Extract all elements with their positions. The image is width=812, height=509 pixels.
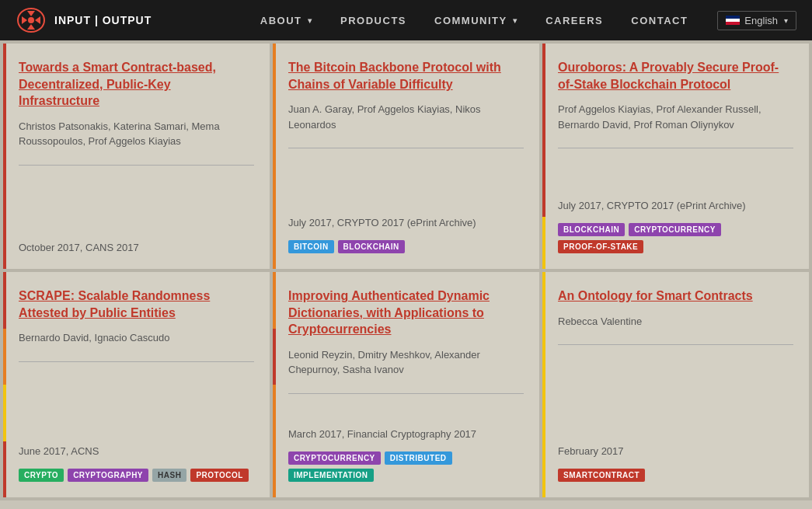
tag-cryptography[interactable]: CRYPTOGRAPHY [68,469,148,482]
card-5: Improving Authenticated Dynamic Dictiona… [273,272,539,497]
card-title[interactable]: Ouroboros: A Provably Secure Proof-of-St… [558,59,793,92]
tag-crypto[interactable]: CRYPTO [19,469,64,482]
nav-community[interactable]: COMMUNITY ▾ [420,15,531,26]
card-divider [288,148,524,148]
tag-proof-of-stake[interactable]: PROOF-OF-STAKE [558,240,643,253]
nav-about[interactable]: ABOUT ▾ [246,15,326,26]
flag-icon [726,16,740,25]
card-divider [288,393,524,394]
accent-seg-3 [3,385,6,441]
chevron-down-icon: ▾ [784,16,788,25]
card-title[interactable]: An Ontology for Smart Contracts [558,288,793,305]
card-title[interactable]: Improving Authenticated Dynamic Dictiona… [288,288,524,338]
tag-implementation[interactable]: IMPLEMENTATION [288,469,374,482]
card-tags: BITCOIN BLOCKCHAIN [288,240,524,253]
cards-grid: Towards a Smart Contract-based, Decentra… [0,40,812,500]
card-accent [273,272,276,497]
nav-links: ABOUT ▾ PRODUCTS COMMUNITY ▾ CAREERS CON… [246,15,702,26]
card-divider [19,165,254,166]
card-date: July 2017, CRYPTO 2017 (ePrint Archive) [558,192,793,211]
nav-products[interactable]: PRODUCTS [326,15,420,26]
card-tags: SMARTCONTRACT [558,469,793,482]
tag-cryptocurrency[interactable]: CRYPTOCURRENCY [629,223,721,236]
card-accent [3,44,6,269]
card-6: An Ontology for Smart Contracts Rebecca … [542,272,809,497]
accent-seg-2 [3,329,6,385]
language-label: English [744,15,778,26]
card-tags: CRYPTOCURRENCY DISTRIBUTED IMPLEMENTATIO… [288,451,524,482]
card-date: July 2017, CRYPTO 2017 (ePrint Archive) [288,209,524,228]
card-authors: Christos Patsonakis, Katerina Samari, Me… [19,119,254,149]
card-4: SCRAPE: Scalable Randomness Attested by … [3,272,270,497]
logo-text: INPUT | OUTPUT [54,14,152,26]
tag-hash[interactable]: HASH [152,469,186,482]
tag-blockchain[interactable]: BLOCKCHAIN [558,223,625,236]
card-divider [558,148,793,148]
card-2: The Bitcoin Backbone Protocol with Chain… [273,44,539,269]
chevron-down-icon: ▾ [308,16,313,25]
accent-seg-1 [3,272,6,329]
card-date: March 2017, Financial Cryptography 2017 [288,420,524,440]
card-authors: Prof Aggelos Kiayias, Prof Alexander Rus… [558,102,793,132]
logo[interactable]: INPUT | OUTPUT [16,5,152,36]
navbar: INPUT | OUTPUT ABOUT ▾ PRODUCTS COMMUNIT… [0,0,812,40]
chevron-down-icon: ▾ [513,16,518,25]
card-authors: Bernardo David, Ignacio Cascudo [19,330,254,346]
card-divider [558,344,793,345]
accent-seg-1 [273,272,276,329]
tag-bitcoin[interactable]: BITCOIN [288,240,334,253]
tag-distributed[interactable]: DISTRIBUTED [385,451,452,465]
card-3: Ouroboros: A Provably Secure Proof-of-St… [542,44,809,269]
nav-contact[interactable]: CONTACT [617,15,702,26]
accent-seg-4 [3,441,6,498]
card-accent [273,44,276,269]
accent-seg-1 [542,44,545,217]
tag-blockchain[interactable]: BLOCKCHAIN [338,240,405,253]
tag-protocol[interactable]: PROTOCOL [190,469,248,482]
card-accent [542,44,545,269]
accent-seg-3 [273,385,276,497]
language-selector[interactable]: English ▾ [717,11,796,30]
card-title[interactable]: The Bitcoin Backbone Protocol with Chain… [288,59,524,92]
card-date: February 2017 [558,438,793,457]
card-title[interactable]: Towards a Smart Contract-based, Decentra… [19,59,254,110]
card-divider [19,361,254,362]
card-date: June 2017, ACNS [19,438,254,457]
accent-seg-2 [542,217,545,269]
card-accent [3,272,6,497]
card-tags: CRYPTO CRYPTOGRAPHY HASH PROTOCOL [19,469,254,482]
card-authors: Rebecca Valentine [558,314,793,329]
svg-point-0 [28,17,34,23]
card-accent [542,272,545,497]
card-authors: Leonid Reyzin, Dmitry Meshkov, Alexander… [288,347,524,378]
tag-cryptocurrency[interactable]: CRYPTOCURRENCY [288,451,381,465]
card-title[interactable]: SCRAPE: Scalable Randomness Attested by … [19,288,254,321]
accent-seg-2 [273,329,276,385]
card-date: October 2017, CANS 2017 [19,234,254,253]
nav-careers[interactable]: CAREERS [531,15,617,26]
card-tags: BLOCKCHAIN CRYPTOCURRENCY PROOF-OF-STAKE [558,223,793,253]
card-authors: Juan A. Garay, Prof Aggelos Kiayias, Nik… [288,102,524,132]
card-1: Towards a Smart Contract-based, Decentra… [3,44,270,269]
tag-smartcontract[interactable]: SMARTCONTRACT [558,469,645,482]
